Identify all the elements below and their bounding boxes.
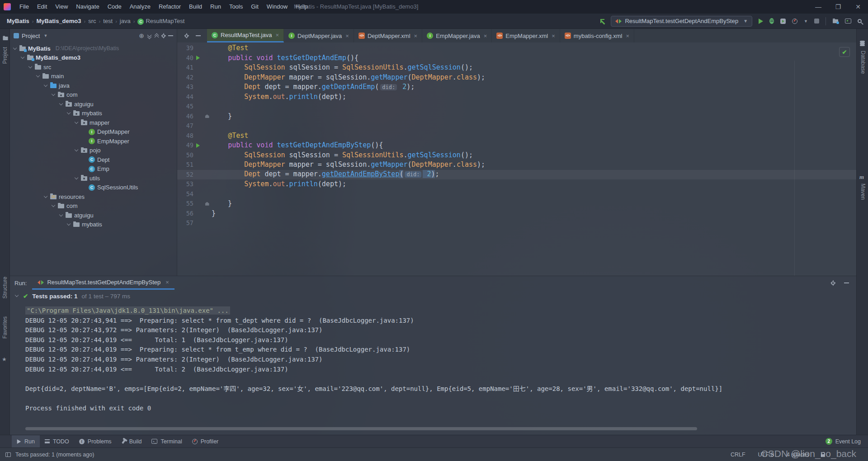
event-log-button[interactable]: 2 Event Log [826, 438, 861, 445]
code-line-50[interactable]: 50 SqlSession sqlSession = SqlSessionUti… [177, 151, 856, 160]
breadcrumb-item-java[interactable]: java [118, 18, 132, 24]
breadcrumb-item-mybatis_demo3[interactable]: MyBatis_demo3 [35, 18, 83, 24]
breadcrumb-item-mybatis[interactable]: MyBatis [5, 18, 31, 24]
code-line-40[interactable]: 40 public void testGetDeptAndEmp(){ [177, 53, 856, 63]
maximize-button[interactable]: ❐ [828, 0, 848, 14]
tool-button-database[interactable]: Database [860, 51, 866, 74]
database-icon[interactable] [860, 41, 865, 42]
run-tab[interactable]: ResultMapTest.testGetDeptAndEmpByStep × [32, 276, 174, 290]
tool-windows-icon[interactable] [5, 452, 11, 457]
run-arrow-icon[interactable] [196, 143, 200, 148]
close-icon[interactable]: × [414, 33, 418, 39]
close-button[interactable]: ✕ [848, 0, 868, 14]
tree-item-atguigu[interactable]: atguigu [10, 99, 177, 109]
tab-deptmapper-xml[interactable]: </>DeptMapper.xml× [354, 29, 422, 42]
tree-item-emp[interactable]: CEmp [10, 165, 177, 174]
tool-button-profiler[interactable]: Profiler [187, 435, 224, 447]
chevron-expanded-icon[interactable] [67, 111, 71, 114]
code-editor[interactable]: 39 @Test40 public void testGetDeptAndEmp… [177, 42, 856, 276]
tree-item-mapper[interactable]: mapper [10, 118, 177, 127]
tree-item-sqlsessionutils[interactable]: CSqlSessionUtils [10, 183, 177, 193]
hide-run-panel-icon[interactable] [844, 282, 849, 283]
menu-analyze[interactable]: Analyze [126, 0, 155, 14]
tab-mybatis-config-xml[interactable]: </>mybatis-config.xml× [560, 29, 634, 42]
run-anything-icon[interactable] [845, 19, 851, 24]
menu-view[interactable]: View [51, 0, 72, 14]
tree-item-java[interactable]: java [10, 81, 177, 90]
chevron-expanded-icon[interactable] [21, 55, 24, 59]
close-icon[interactable]: × [345, 33, 349, 39]
tree-item-pojo[interactable]: pojo [10, 146, 177, 155]
code-line-41[interactable]: 41 SqlSession sqlSession = SqlSessionUti… [177, 63, 856, 73]
tree-item-mybatis[interactable]: MyBatisD:\IDEA\projects\MyBatis [10, 44, 177, 53]
horizontal-scrollbar[interactable] [25, 427, 697, 430]
updates-arrow-icon[interactable] [600, 19, 604, 23]
locate-file-icon[interactable]: ⊕ [139, 33, 144, 39]
breadcrumb-item-resultmaptest[interactable]: CResultMapTest [136, 18, 186, 25]
tree-item-deptmapper[interactable]: IDeptMapper [10, 127, 177, 137]
status-widget-crlf[interactable]: CRLF [731, 452, 745, 458]
chevron-expanded-icon[interactable] [52, 203, 55, 207]
chevron-down-icon[interactable] [15, 293, 19, 297]
tree-item-utils[interactable]: utils [10, 174, 177, 183]
tab-resultmaptest-java[interactable]: CResultMapTest.java× [207, 29, 284, 42]
chevron-expanded-icon[interactable] [75, 148, 78, 151]
search-everywhere-icon[interactable] [858, 19, 862, 23]
settings-gear-icon[interactable] [162, 34, 165, 37]
menu-run[interactable]: Run [206, 0, 225, 14]
close-icon[interactable]: × [626, 33, 629, 39]
chevron-expanded-icon[interactable] [44, 194, 47, 198]
minimize-button[interactable]: — [808, 0, 828, 14]
chevron-expanded-icon[interactable] [67, 222, 71, 226]
menu-git[interactable]: Git [247, 0, 263, 14]
tool-button-build[interactable]: Build [117, 435, 147, 447]
menu-window[interactable]: Window [263, 0, 292, 14]
menu-edit[interactable]: Edit [33, 0, 51, 14]
menu-build[interactable]: Build [185, 0, 206, 14]
star-icon[interactable]: ★ [2, 356, 7, 362]
run-configuration-select[interactable]: ResultMapTest.testGetDeptAndEmpByStep ▼ [611, 16, 752, 27]
status-widget-utf-8[interactable]: UTF-8 [758, 452, 774, 458]
tool-button-run[interactable]: Run [12, 435, 40, 447]
tool-button-project[interactable]: Project [2, 47, 8, 64]
tool-button-todo[interactable]: TODO [40, 435, 74, 447]
code-line-46[interactable]: 46 } [177, 112, 856, 122]
tool-button-favorites[interactable]: Favorites [2, 316, 8, 339]
project-tool-icon[interactable] [3, 37, 8, 40]
chevron-expanded-icon[interactable] [36, 74, 40, 77]
chevron-down-icon[interactable]: ▼ [804, 19, 808, 24]
tree-item-resources[interactable]: resources [10, 192, 177, 202]
code-line-44[interactable]: 44 System.out.println(dept); [177, 92, 856, 102]
tree-item-dept[interactable]: CDept [10, 155, 177, 165]
code-line-54[interactable]: 54 [177, 189, 856, 199]
close-icon[interactable]: × [275, 32, 279, 38]
tool-button-problems[interactable]: Problems [74, 435, 117, 447]
tab-deptmapper-java[interactable]: IDeptMapper.java× [284, 29, 354, 42]
hide-panel-icon[interactable] [168, 35, 173, 36]
tree-item-mybatis[interactable]: mybatis [10, 109, 177, 118]
code-line-57[interactable]: 57 [177, 218, 856, 228]
menu-file[interactable]: File [15, 0, 33, 14]
status-widget-4-spaces[interactable]: 4 spaces [787, 452, 809, 458]
tree-item-atguigu[interactable]: atguigu [10, 211, 177, 220]
code-line-49[interactable]: 49 public void testGetDeptAndEmpByStep()… [177, 141, 856, 151]
chevron-down-icon[interactable]: ▼ [43, 33, 47, 38]
coverage-button[interactable] [780, 19, 786, 24]
tree-item-empmapper[interactable]: IEmpMapper [10, 136, 177, 146]
tool-button-maven[interactable]: Maven [860, 183, 866, 200]
tree-item-com[interactable]: com [10, 202, 177, 211]
code-line-47[interactable]: 47 [177, 121, 856, 131]
lock-icon[interactable] [821, 454, 825, 457]
tab-empmapper-xml[interactable]: </>EmpMapper.xml× [492, 29, 560, 42]
code-line-45[interactable]: 45 [177, 102, 856, 112]
chevron-expanded-icon[interactable] [52, 92, 55, 96]
project-panel-title[interactable]: Project [22, 33, 40, 39]
code-line-52[interactable]: 52 Dept dept = mapper.getDeptAndEmpBySte… [177, 170, 856, 180]
expand-all-icon[interactable] [147, 33, 151, 38]
debug-button[interactable] [769, 18, 774, 24]
run-test-gutter-icon[interactable] [193, 143, 203, 148]
run-button[interactable] [759, 19, 763, 24]
tree-item-com[interactable]: com [10, 90, 177, 100]
fold-icon[interactable] [205, 202, 209, 206]
gear-icon[interactable] [185, 34, 188, 37]
